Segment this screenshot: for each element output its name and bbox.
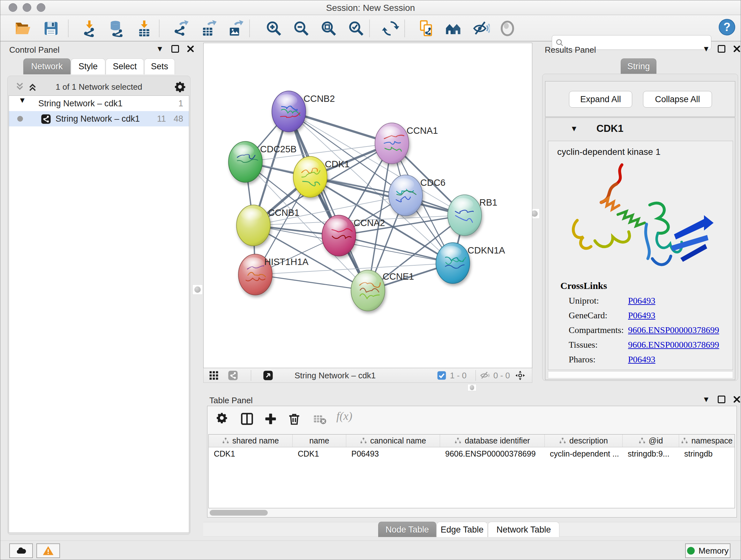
import-network-from-file-button[interactable]: [80, 19, 98, 38]
crosslink-link[interactable]: P06493: [628, 310, 719, 320]
crosslink-label: Uniprot:: [569, 296, 628, 306]
column-header[interactable]: @id: [623, 435, 679, 447]
network-node-CCNB2[interactable]: CCNB2: [272, 91, 335, 132]
scrollbar-thumb[interactable]: [210, 510, 268, 516]
show-all-button[interactable]: [498, 19, 517, 38]
column-header[interactable]: database identifier: [440, 435, 545, 447]
network-node-CDC6[interactable]: CDC6: [389, 175, 446, 216]
zoom-selected-button[interactable]: [347, 19, 365, 38]
tab-edge-table[interactable]: Edge Table: [436, 522, 488, 537]
results-scrollbar[interactable]: [548, 371, 733, 378]
column-header[interactable]: shared name: [209, 435, 293, 447]
collection-collapse-icon[interactable]: ▼: [18, 97, 26, 104]
crosslink-link[interactable]: P06493: [628, 354, 719, 365]
add-column-icon[interactable]: [264, 412, 278, 426]
netbar-separator: [251, 370, 251, 381]
column-header[interactable]: description: [545, 435, 623, 447]
network-node-CDKN1A[interactable]: CDKN1A: [436, 243, 505, 284]
network-status-dot: [17, 116, 23, 122]
window-titlebar: Session: New Session: [0, 0, 741, 15]
save-session-button[interactable]: [42, 19, 60, 38]
gene-section-header[interactable]: ▼ CDK1: [545, 118, 735, 141]
export-image-button[interactable]: [226, 19, 245, 38]
tab-node-table[interactable]: Node Table: [378, 522, 436, 537]
cloud-status-button[interactable]: [9, 543, 33, 558]
network-row-selected[interactable]: String Network – cdk1 11 48: [9, 111, 189, 126]
network-collection-row[interactable]: ▼ String Network – cdk1 1: [9, 96, 189, 111]
network-node-HIST1H1A[interactable]: HIST1H1A: [239, 254, 309, 295]
network-edge[interactable]: [339, 236, 453, 263]
gene-name: CDK1: [596, 123, 623, 134]
network-node-CDC25B[interactable]: CDC25B: [228, 141, 296, 182]
panel-menu-icon[interactable]: ▼: [702, 395, 710, 403]
node-label: HIST1H1A: [264, 257, 309, 267]
network-view-icon[interactable]: [228, 370, 238, 381]
hide-selected-button[interactable]: [472, 19, 490, 38]
panel-menu-icon[interactable]: ▼: [156, 45, 164, 53]
export-network-button[interactable]: [172, 19, 190, 38]
tab-style[interactable]: Style: [71, 58, 105, 74]
panel-float-icon[interactable]: [172, 45, 179, 53]
tab-string-results[interactable]: String: [621, 58, 657, 74]
table-horizontal-scrollbar: [208, 509, 735, 516]
delete-column-trash-icon[interactable]: [287, 412, 301, 426]
help-button[interactable]: ?: [718, 18, 736, 37]
first-neighbors-button[interactable]: [444, 19, 462, 38]
apply-preferred-layout-button[interactable]: [381, 19, 400, 38]
network-node-CCNB1[interactable]: CCNB1: [237, 205, 299, 246]
zoom-in-button[interactable]: [265, 19, 283, 38]
import-network-from-database-button[interactable]: [108, 19, 126, 38]
show-columns-icon[interactable]: [240, 412, 254, 426]
network-node-CCNE1[interactable]: CCNE1: [351, 270, 414, 311]
network-options-gear-icon[interactable]: [174, 81, 186, 94]
network-node-CCNA2[interactable]: CCNA2: [322, 215, 385, 256]
panel-close-icon[interactable]: [187, 45, 194, 53]
selected-checkbox-icon[interactable]: [436, 370, 447, 381]
table-panel-box: f(x) shared name name canonical name dat…: [207, 406, 737, 517]
left-splitter-grip[interactable]: [192, 285, 203, 295]
network-node-CDK1[interactable]: CDK1: [293, 157, 349, 197]
panel-close-icon[interactable]: [733, 45, 741, 53]
crosslink-link[interactable]: 9606.ENSP00000378699: [628, 340, 719, 350]
table-options-gear-icon[interactable]: [216, 412, 228, 424]
column-header[interactable]: name: [293, 435, 346, 447]
expand-all-button[interactable]: Expand All: [569, 91, 632, 108]
panel-float-icon[interactable]: [718, 45, 725, 53]
cell-namespace: stringdb: [679, 447, 735, 460]
zoom-out-button[interactable]: [292, 19, 311, 38]
panel-float-icon[interactable]: [718, 395, 725, 403]
fit-content-crosshair-icon[interactable]: [515, 370, 525, 381]
grid-view-icon[interactable]: [209, 370, 219, 381]
network-list-toolbar: 1 of 1 Network selected: [7, 79, 191, 95]
hidden-eye-slash-icon[interactable]: [480, 370, 490, 381]
table-row[interactable]: CDK1 CDK1 P06493 9606.ENSP00000378699 cy…: [209, 447, 735, 460]
network-view-canvas[interactable]: CCNB2CCNA1CDC25BCDK1CDC6RB1CCNB1CCNA2CDK…: [203, 43, 532, 368]
section-collapse-icon[interactable]: ▼: [570, 125, 578, 132]
panel-menu-icon[interactable]: ▼: [702, 45, 710, 53]
tab-network[interactable]: Network: [23, 58, 71, 74]
crosslink-link[interactable]: 9606.ENSP00000378699: [628, 325, 719, 335]
tab-sets[interactable]: Sets: [144, 58, 175, 74]
warning-status-button[interactable]: [37, 543, 60, 558]
cell-database-identifier: 9606.ENSP00000378699: [440, 447, 545, 460]
column-header[interactable]: namespace: [679, 435, 735, 447]
import-table-from-file-button[interactable]: [135, 19, 153, 38]
memory-status-dot: [687, 547, 695, 555]
new-network-from-selection-button[interactable]: [417, 19, 435, 38]
open-session-button[interactable]: [14, 19, 32, 38]
export-table-button[interactable]: [199, 19, 218, 38]
crosslink-link[interactable]: P06493: [628, 296, 719, 306]
bottom-splitter-grip[interactable]: [468, 384, 476, 391]
tab-select[interactable]: Select: [106, 58, 144, 74]
column-header[interactable]: canonical name: [346, 435, 440, 447]
detach-view-icon[interactable]: [263, 370, 273, 381]
tab-network-table[interactable]: Network Table: [488, 522, 559, 537]
zoom-fit-button[interactable]: [320, 19, 338, 38]
network-node-count: 11: [157, 111, 166, 126]
collapse-all-button[interactable]: Collapse All: [643, 91, 712, 108]
network-node-RB1[interactable]: RB1: [448, 195, 497, 236]
memory-button[interactable]: Memory: [685, 543, 731, 558]
string-results-container: Expand All Collapse All ▼ CDK1 cyclin-de…: [542, 74, 738, 381]
table-panel-title: Table Panel: [209, 395, 253, 406]
panel-close-icon[interactable]: [733, 395, 741, 403]
